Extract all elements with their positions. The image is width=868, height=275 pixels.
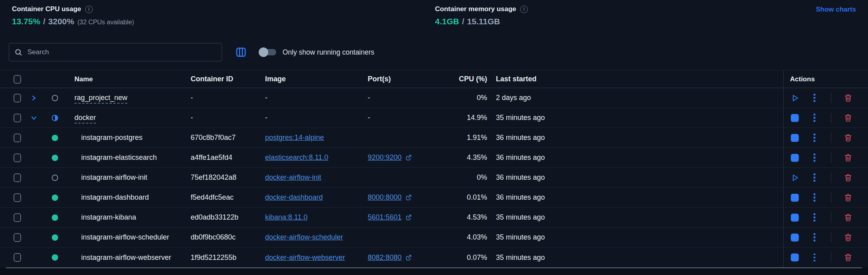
info-icon[interactable] [520,6,528,13]
column-header-ports[interactable]: Port(s) [359,75,429,83]
last-started: 36 minutes ago [487,173,783,182]
delete-button[interactable] [844,253,852,262]
row-checkbox[interactable] [14,153,21,162]
container-name[interactable]: instagram-kibana [81,213,136,221]
container-name[interactable]: instagram-airflow-scheduler [81,233,169,241]
actions-divider [831,212,831,223]
external-link-icon[interactable] [405,214,412,221]
stop-button[interactable] [791,253,799,261]
cpu-value: 0.07% [429,253,487,262]
row-menu-button[interactable] [812,212,817,223]
stop-button[interactable] [791,134,799,142]
delete-button[interactable] [844,213,852,222]
search-box[interactable] [9,43,222,61]
delete-button[interactable] [844,193,852,202]
table-header: Name Container ID Image Port(s) CPU (%) … [0,71,868,88]
column-header-name[interactable]: Name [66,75,182,83]
column-header-cpu[interactable]: CPU (%) [429,75,487,83]
row-menu-button[interactable] [812,252,817,263]
row-menu-button[interactable] [812,172,817,183]
port-link[interactable]: 5601:5601 [368,213,402,222]
play-icon [790,173,800,183]
row-checkbox[interactable] [14,233,21,242]
stop-button[interactable] [791,234,799,242]
status-icon [52,234,58,241]
external-link-icon[interactable] [405,154,412,161]
container-name[interactable]: instagram-elasticsearch [81,153,157,161]
delete-button[interactable] [844,173,852,182]
expand-chevron-icon[interactable] [30,94,37,102]
row-menu-button[interactable] [812,192,817,203]
start-button[interactable] [790,173,800,183]
status-icon [52,254,58,261]
container-id: ed0adb33122b [182,213,257,222]
image-link[interactable]: docker-dashboard [265,193,323,201]
port-link[interactable]: 8082:8080 [368,253,402,262]
row-checkbox[interactable] [14,134,21,142]
running-only-toggle[interactable] [259,47,277,57]
last-started: 35 minutes ago [487,233,783,242]
stop-button[interactable] [791,194,799,202]
container-name[interactable]: rag_project_new [74,94,127,104]
row-menu-button[interactable] [812,232,817,243]
expand-chevron-icon[interactable] [30,114,37,122]
delete-button[interactable] [844,114,852,122]
container-id: 75ef182042a8 [182,173,257,182]
external-link-icon[interactable] [405,194,412,201]
stop-button[interactable] [791,214,799,222]
container-id: db0f9bc0680c [182,233,257,242]
actions-divider [831,133,831,143]
image-link[interactable]: kibana:8.11.0 [265,213,308,221]
row-menu-button[interactable] [812,152,817,163]
image-link[interactable]: elasticsearch:8.11.0 [265,153,328,161]
cpu-value: 0% [429,94,487,102]
search-input[interactable] [27,48,217,57]
port-link[interactable]: 8000:8000 [368,193,402,202]
row-checkbox[interactable] [14,94,21,102]
delete-button[interactable] [844,153,852,162]
image-link[interactable]: postgres:14-alpine [265,134,324,141]
show-charts-link[interactable]: Show charts [816,6,856,14]
column-header-image[interactable]: Image [257,75,359,83]
table-row: instagram-postgres 670c8b7f0ac7 postgres… [0,128,868,148]
column-header-container-id[interactable]: Container ID [182,75,257,83]
container-name[interactable]: instagram-airflow-webserver [81,253,171,261]
image-link[interactable]: docker-airflow-webserver [265,253,345,261]
port-link[interactable]: 9200:9200 [368,153,402,162]
row-checkbox[interactable] [14,173,21,182]
container-name[interactable]: instagram-postgres [81,134,142,141]
table-row: instagram-airflow-webserver 1f9d5212255b… [0,248,868,267]
column-header-last-started[interactable]: Last started [487,75,783,83]
columns-settings-button[interactable] [234,45,248,59]
delete-button[interactable] [844,134,852,142]
last-started: 36 minutes ago [487,134,783,142]
row-checkbox[interactable] [14,253,21,262]
container-name[interactable]: docker [74,114,96,124]
status-icon [52,194,58,201]
table-row: instagram-elasticsearch a4ffe1ae5fd4 ela… [0,148,868,168]
image-link[interactable]: docker-airflow-scheduler [265,233,343,241]
row-menu-button[interactable] [812,92,817,103]
row-checkbox[interactable] [14,213,21,222]
toolbar: Only show running containers [0,43,868,61]
cpu-value: 0% [429,173,487,182]
start-button[interactable] [790,93,800,103]
container-id: - [182,114,257,122]
row-checkbox[interactable] [14,114,21,122]
row-checkbox[interactable] [14,193,21,202]
cpu-value: 4.03% [429,233,487,242]
container-name[interactable]: instagram-dashboard [81,193,149,201]
external-link-icon[interactable] [405,254,412,261]
port-link: - [368,114,370,122]
stop-button[interactable] [791,154,799,162]
info-icon[interactable] [85,6,93,13]
row-menu-button[interactable] [812,112,817,123]
stop-button[interactable] [791,114,799,122]
select-all-checkbox[interactable] [14,75,21,84]
search-icon [14,48,23,57]
container-name[interactable]: instagram-airflow-init [81,173,147,181]
row-menu-button[interactable] [812,132,817,143]
image-link[interactable]: docker-airflow-init [265,173,321,181]
delete-button[interactable] [844,94,852,102]
delete-button[interactable] [844,233,852,242]
